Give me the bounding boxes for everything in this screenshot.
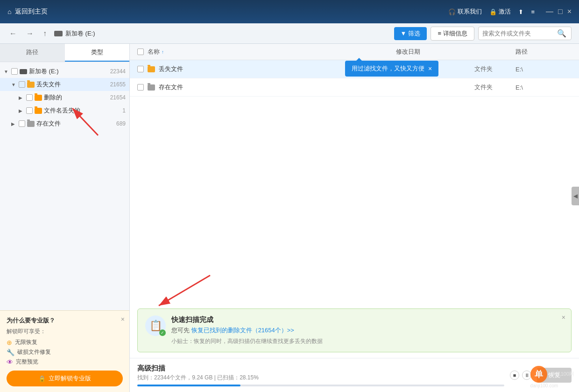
row-type: 文件夹 — [474, 83, 512, 91]
tree-checkbox[interactable] — [19, 81, 25, 88]
folder-icon — [35, 95, 42, 101]
search-input[interactable] — [482, 30, 557, 37]
unlock-button[interactable]: 🔒 立即解锁专业版 — [7, 371, 123, 386]
scan-title: 高级扫描 — [137, 364, 504, 373]
tab-path[interactable]: 路径 — [0, 44, 65, 62]
promo-item-2: 🔧 破损文件修复 — [7, 348, 123, 356]
drive-path: 新加卷 (E:) — [65, 29, 95, 38]
sidebar-empty — [0, 189, 129, 310]
notif-link[interactable]: 恢复已找到的删除文件（21654个）>> — [191, 327, 294, 334]
row-checkbox[interactable] — [137, 84, 144, 91]
minimize-button[interactable]: — — [546, 7, 553, 16]
sidebar: 路径 类型 ▼ 新加卷 (E:) 22344 ▼ 丢失文件 21655 — [0, 44, 130, 392]
scan-stop-button[interactable]: ■ — [510, 371, 519, 380]
tree-item-name-lost[interactable]: ▶ 文件名丢失的 1 — [0, 104, 129, 117]
toolbar-right: ▼ 筛选 ≡ 详细信息 🔍 — [394, 27, 572, 41]
forward-button[interactable]: → — [24, 28, 35, 40]
filter-tooltip: 用过滤找文件，又快又方便 × — [345, 61, 438, 77]
tree-item-lost[interactable]: ▼ 丢失文件 21655 — [0, 78, 129, 91]
promo-label-2: 破损文件修复 — [17, 348, 51, 356]
notif-title: 快速扫描完成 — [171, 315, 564, 324]
lock-icon: 🔒 — [38, 375, 46, 382]
arrow-icon: ▶ — [19, 108, 24, 113]
toolbar: ← → ↑ 新加卷 (E:) ▼ 筛选 ≡ 详细信息 🔍 — [0, 23, 579, 44]
scan-info: 找到：22344个文件，9.24 GB | 已扫描：28.15% — [137, 374, 504, 382]
content-spacer — [130, 184, 579, 308]
promo-icon-3: 👁 — [7, 358, 13, 366]
name-label: 名称 — [148, 48, 160, 56]
row-path: E:\ — [515, 84, 572, 91]
logo-label: 单机100网 — [551, 371, 574, 377]
tree-checkbox[interactable] — [26, 94, 33, 101]
activate-button[interactable]: 🔒 激活 — [489, 7, 511, 16]
search-icon[interactable]: 🔍 — [557, 29, 566, 38]
tree-count: 21654 — [110, 94, 126, 101]
notif-close-button[interactable]: × — [562, 314, 565, 321]
right-toggle[interactable]: ◀ — [572, 187, 579, 205]
advanced-scan: 高级扫描 找到：22344个文件，9.24 GB | 已扫描：28.15% ■ … — [130, 358, 579, 392]
menu-button[interactable]: ≡ — [531, 8, 535, 15]
main-layout: 路径 类型 ▼ 新加卷 (E:) 22344 ▼ 丢失文件 21655 — [0, 44, 579, 392]
share-button[interactable]: ⬆ — [518, 8, 523, 15]
tree-item-drive[interactable]: ▼ 新加卷 (E:) 22344 — [0, 65, 129, 78]
filter-label: 筛选 — [408, 29, 420, 38]
header-date: 修改日期 — [396, 48, 471, 56]
close-button[interactable]: × — [567, 7, 572, 16]
tree-label: 新加卷 (E:) — [29, 67, 106, 76]
row-type: 文件夹 — [474, 65, 512, 73]
promo-title: 为什么要专业版？ — [7, 316, 123, 325]
tree-item-existing[interactable]: ▶ 存在文件 689 — [0, 117, 129, 130]
notif-text: 快速扫描完成 您可先 恢复已找到的删除文件（21654个）>> 小贴士：恢复的同… — [171, 315, 564, 345]
share-icon: ⬆ — [518, 8, 523, 15]
maximize-button[interactable]: □ — [558, 7, 563, 16]
promo-panel: × 为什么要专业版？ 解锁即可享受： ⊕ 无限恢复 🔧 破损文件修复 👁 完整预… — [0, 310, 129, 392]
folder-icon — [27, 121, 35, 127]
tree-label: 存在文件 — [36, 119, 113, 128]
promo-label-3: 完整预览 — [16, 358, 38, 366]
header-checkbox[interactable] — [137, 49, 144, 55]
filter-button[interactable]: ▼ 筛选 — [394, 27, 427, 40]
home-button[interactable]: ⌂ 返回到主页 — [7, 7, 48, 16]
contact-button[interactable]: 🎧 联系我们 — [448, 7, 482, 16]
tree-checkbox[interactable] — [19, 120, 25, 127]
contact-label: 联系我们 — [458, 7, 482, 16]
drive-icon — [54, 31, 63, 36]
scan-controls: ■ ⏸ — [510, 371, 531, 380]
menu-icon: ≡ — [531, 8, 535, 15]
titlebar: ⌂ 返回到主页 🎧 联系我们 🔒 激活 ⬆ ≡ — □ × — [0, 0, 579, 23]
row-name: 存在文件 — [148, 83, 392, 91]
detail-button[interactable]: ≡ 详细信息 — [431, 27, 474, 41]
tree-checkbox[interactable] — [11, 68, 18, 75]
folder-icon — [148, 66, 155, 72]
promo-subtitle: 解锁即可享受： — [7, 328, 123, 336]
sort-icon[interactable]: ↑ — [162, 49, 164, 55]
filter-icon: ▼ — [401, 30, 407, 37]
drive-icon — [20, 69, 27, 74]
promo-icon-1: ⊕ — [7, 339, 12, 346]
logo-url: danji100.com — [530, 383, 558, 388]
detail-label: 详细信息 — [443, 29, 467, 38]
up-button[interactable]: ↑ — [41, 28, 49, 40]
promo-close-button[interactable]: × — [121, 315, 125, 323]
tree-checkbox[interactable] — [26, 107, 33, 114]
unlock-label: 立即解锁专业版 — [49, 374, 91, 383]
header-name: 名称 ↑ — [148, 48, 392, 56]
tab-type[interactable]: 类型 — [65, 44, 130, 62]
file-row-2[interactable]: 存在文件 文件夹 E:\ — [130, 78, 579, 97]
notif-content: 📋 ✓ 快速扫描完成 您可先 恢复已找到的删除文件（21654个）>> 小贴士：… — [145, 315, 564, 345]
scan-progress-wrap: 高级扫描 找到：22344个文件，9.24 GB | 已扫描：28.15% — [137, 364, 504, 386]
notif-tip: 小贴士：恢复的同时，高级扫描仍在继续查找更多丢失的数据 — [171, 337, 564, 345]
back-button[interactable]: ← — [7, 28, 19, 40]
file-list-header: 名称 ↑ 修改日期 路径 用过滤找文件，又快又方便 × — [130, 44, 579, 60]
tree-count: 22344 — [110, 68, 126, 75]
promo-icon-2: 🔧 — [7, 349, 14, 356]
tree-item-deleted[interactable]: ▶ 删除的 21654 — [0, 91, 129, 104]
tooltip-close-button[interactable]: × — [428, 65, 432, 72]
promo-item-1: ⊕ 无限恢复 — [7, 338, 123, 346]
activate-label: 激活 — [499, 7, 511, 16]
tooltip-text: 用过滤找文件，又快又方便 — [352, 64, 424, 73]
tree-count: 21655 — [110, 81, 126, 88]
row-checkbox[interactable] — [137, 66, 144, 72]
progress-bar-bg — [137, 385, 504, 386]
file-list: 丢失文件 文件夹 E:\ 存在文件 文件夹 E:\ — [130, 60, 579, 184]
